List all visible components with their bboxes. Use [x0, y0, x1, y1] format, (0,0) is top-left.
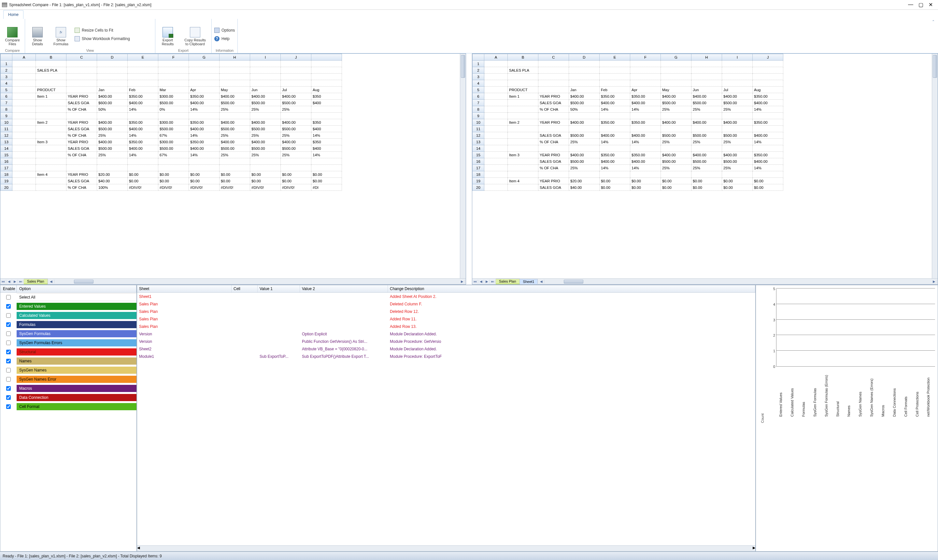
cell[interactable]: $0.00: [722, 184, 753, 191]
cell[interactable]: [569, 74, 600, 80]
cell[interactable]: [12, 132, 36, 139]
cell[interactable]: [484, 74, 508, 80]
cell[interactable]: 25%: [569, 165, 600, 171]
cell[interactable]: [753, 126, 783, 132]
col-header[interactable]: E: [600, 54, 630, 60]
results-list[interactable]: Sheet1Added Sheet At Position 2.Sales Pl…: [137, 293, 755, 545]
row-header[interactable]: 11: [473, 126, 484, 132]
cell[interactable]: [311, 106, 342, 113]
left-vscroll[interactable]: [460, 54, 466, 278]
cell[interactable]: $350: [311, 139, 342, 145]
show-formatting-button[interactable]: Show Workbook Formatting: [75, 35, 130, 43]
result-row[interactable]: Sales PlanDeleted Row 12.: [137, 308, 755, 315]
row-header[interactable]: 17: [473, 165, 484, 171]
cell[interactable]: [66, 87, 97, 93]
row-header[interactable]: 10: [1, 119, 12, 126]
tab-nav-next[interactable]: ▶: [484, 280, 490, 283]
cell[interactable]: 25%: [281, 152, 311, 158]
row-header[interactable]: 4: [1, 80, 12, 87]
cell[interactable]: $400.00: [281, 93, 311, 100]
cell[interactable]: $350.00: [189, 139, 220, 145]
cell[interactable]: [12, 158, 36, 165]
cell[interactable]: $400.00: [569, 152, 600, 158]
cell[interactable]: [484, 132, 508, 139]
cell[interactable]: $500.00: [722, 132, 753, 139]
cell[interactable]: $400.00: [97, 119, 128, 126]
cell[interactable]: [538, 171, 569, 178]
cell[interactable]: [220, 165, 250, 171]
cell[interactable]: [484, 145, 508, 152]
cell[interactable]: [12, 152, 36, 158]
cell[interactable]: 25%: [281, 132, 311, 139]
cell[interactable]: [600, 60, 630, 67]
row-header[interactable]: 7: [473, 100, 484, 106]
cell[interactable]: [311, 80, 342, 87]
cell[interactable]: [66, 67, 97, 74]
row-header[interactable]: 18: [473, 171, 484, 178]
row-header[interactable]: 7: [1, 100, 12, 106]
cell[interactable]: $400.00: [753, 100, 783, 106]
cell[interactable]: $400.00: [569, 93, 600, 100]
cell[interactable]: YEAR PRIO: [538, 119, 569, 126]
cell[interactable]: [189, 60, 220, 67]
col-sheet[interactable]: Sheet: [137, 285, 231, 292]
col-header[interactable]: E: [128, 54, 158, 60]
cell[interactable]: [600, 80, 630, 87]
cell[interactable]: $500.00: [97, 145, 128, 152]
cell[interactable]: $0.00: [250, 178, 281, 184]
cell[interactable]: $0.00: [692, 178, 722, 184]
cell[interactable]: Aug: [753, 87, 783, 93]
cell[interactable]: 14%: [753, 139, 783, 145]
tab-nav-next[interactable]: ▶: [12, 280, 18, 283]
option-row[interactable]: Cell Format: [0, 402, 137, 411]
cell[interactable]: $400.00: [600, 132, 630, 139]
cell[interactable]: Jan: [97, 87, 128, 93]
row-header[interactable]: 15: [1, 152, 12, 158]
cell[interactable]: [538, 80, 569, 87]
cell[interactable]: [484, 139, 508, 145]
cell[interactable]: [66, 60, 97, 67]
cell[interactable]: [189, 113, 220, 119]
cell[interactable]: [508, 171, 538, 178]
cell[interactable]: [630, 80, 661, 87]
cell[interactable]: [128, 165, 158, 171]
tab-nav-last[interactable]: ⏭: [490, 280, 496, 283]
row-header[interactable]: 6: [1, 93, 12, 100]
cell[interactable]: [36, 132, 66, 139]
cell[interactable]: [508, 100, 538, 106]
cell[interactable]: $400.00: [97, 139, 128, 145]
cell[interactable]: [722, 145, 753, 152]
cell[interactable]: [508, 145, 538, 152]
row-header[interactable]: 14: [1, 145, 12, 152]
cell[interactable]: [538, 87, 569, 93]
cell[interactable]: $500.00: [569, 100, 600, 106]
col-header[interactable]: H: [692, 54, 722, 60]
help-button[interactable]: ?Help: [214, 35, 235, 43]
row-header[interactable]: 9: [1, 113, 12, 119]
cell[interactable]: [484, 158, 508, 165]
cell[interactable]: [12, 67, 36, 74]
option-checkbox[interactable]: [6, 395, 11, 400]
cell[interactable]: [220, 158, 250, 165]
cell[interactable]: $400.00: [281, 119, 311, 126]
cell[interactable]: Item 1: [36, 93, 66, 100]
close-icon[interactable]: ✕: [929, 2, 933, 8]
cell[interactable]: $400.00: [97, 93, 128, 100]
cell[interactable]: [484, 178, 508, 184]
cell[interactable]: [538, 126, 569, 132]
col-value1[interactable]: Value 1: [258, 285, 300, 292]
cell[interactable]: [281, 158, 311, 165]
cell[interactable]: $400.00: [189, 145, 220, 152]
cell[interactable]: $500.00: [692, 100, 722, 106]
cell[interactable]: % OF CHA: [538, 106, 569, 113]
show-formulas-button[interactable]: fx Show Formulas: [51, 23, 71, 46]
cell[interactable]: [753, 60, 783, 67]
cell[interactable]: 25%: [250, 132, 281, 139]
cell[interactable]: 14%: [753, 165, 783, 171]
row-header[interactable]: 6: [473, 93, 484, 100]
cell[interactable]: 14%: [189, 106, 220, 113]
cell[interactable]: $500.00: [281, 126, 311, 132]
cell[interactable]: [158, 113, 189, 119]
cell[interactable]: [600, 67, 630, 74]
cell[interactable]: $40.00: [569, 184, 600, 191]
